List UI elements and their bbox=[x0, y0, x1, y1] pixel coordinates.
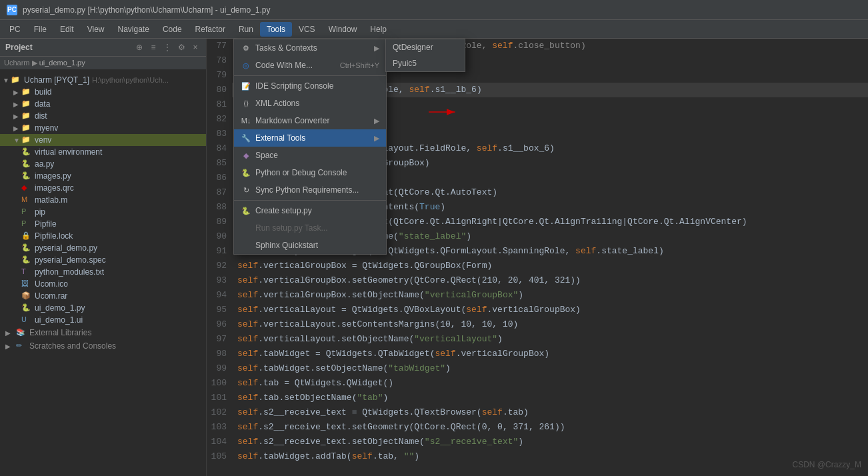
menu-create-setup[interactable]: 🐍 Create setup.py bbox=[234, 202, 386, 219]
tree-item-label-images-qrc: images.qrc bbox=[35, 183, 74, 193]
tree-item-label-data: data bbox=[35, 99, 50, 109]
menu-item-refactor[interactable]: Refactor bbox=[189, 22, 232, 37]
menu-external-tools-label: External Tools bbox=[255, 133, 305, 143]
tree-item-images-py[interactable]: 🐍 images.py bbox=[0, 170, 206, 182]
tree-item-uidemo-ui[interactable]: U ui_demo_1.ui bbox=[0, 314, 206, 326]
panel-close-icon[interactable]: × bbox=[190, 42, 201, 53]
section-scratches-label: Scratches and Consoles bbox=[29, 341, 116, 351]
sync-python-icon: ↻ bbox=[241, 185, 251, 195]
markdown-arrow: ▶ bbox=[374, 117, 379, 125]
tree-item-pyserial-spec[interactable]: 🐍 pyserial_demo.spec bbox=[0, 254, 206, 266]
menu-item-view[interactable]: View bbox=[81, 22, 111, 37]
menu-item-vcs[interactable]: VCS bbox=[292, 22, 322, 37]
code-line-100: 100 self.tab = QtWidgets.QWidget() bbox=[207, 376, 868, 391]
tree-item-pip[interactable]: P pip bbox=[0, 206, 206, 218]
section-scratches[interactable]: ▶ ✏ Scratches and Consoles bbox=[0, 339, 206, 353]
window-title: pyserial_demo.py [H:\python\python\Uchar… bbox=[23, 5, 271, 15]
menu-item-tools[interactable]: Tools bbox=[260, 22, 292, 37]
menu-sphinx[interactable]: Sphinx Quickstart bbox=[234, 237, 386, 254]
menu-item-window[interactable]: Window bbox=[322, 22, 364, 37]
tree-item-label-build: build bbox=[35, 87, 51, 97]
tasks-icon: ⚙ bbox=[241, 43, 251, 53]
tree-item-data[interactable]: ▶ 📁 data bbox=[0, 98, 206, 110]
code-line-103: 103 self.s2__receive_text.setGeometry(Qt… bbox=[207, 420, 868, 435]
breadcrumb-file: ui_demo_1.py bbox=[39, 59, 85, 67]
tools-dropdown: ⚙ Tasks & Contexts ▶ ◎ Code With Me... C… bbox=[233, 39, 387, 255]
app-icon: PC bbox=[7, 5, 17, 15]
tree-item-ucom-rar[interactable]: 📦 Ucom.rar bbox=[0, 290, 206, 302]
tree-item-pipfile-lock[interactable]: 🔒 Pipfile.lock bbox=[0, 230, 206, 242]
menu-space[interactable]: ◆ Space bbox=[234, 147, 386, 164]
menu-item-code[interactable]: Code bbox=[156, 22, 189, 37]
sphinx-icon bbox=[241, 240, 251, 251]
menu-external-tools[interactable]: 🔧 External Tools ▶ bbox=[234, 129, 386, 147]
code-line-92: 92 self.verticalGroupBox = QtWidgets.QGr… bbox=[207, 259, 868, 273]
menu-sync-python[interactable]: ↻ Sync Python Requirements... bbox=[234, 181, 386, 199]
tree-item-label-pipfile: Pipfile bbox=[35, 219, 57, 229]
tree-root[interactable]: ▼ 📁 Ucharm [PYQT_1] H:\python\python\Uch… bbox=[0, 74, 206, 86]
menu-item-pc[interactable]: PC bbox=[3, 22, 27, 37]
menu-item-help[interactable]: Help bbox=[363, 22, 393, 37]
submenu-pyuic5[interactable]: Pyuic5 bbox=[386, 55, 465, 71]
tree-item-python-modules[interactable]: T python_modules.txt bbox=[0, 266, 206, 278]
menu-python-console[interactable]: 🐍 Python or Debug Console bbox=[234, 164, 386, 181]
menu-tasks[interactable]: ⚙ Tasks & Contexts ▶ bbox=[234, 39, 386, 57]
panel-settings-icon[interactable]: ⚙ bbox=[176, 42, 187, 53]
menu-item-file[interactable]: File bbox=[27, 22, 53, 37]
tree-item-virtualenv[interactable]: 🐍 virtual environment bbox=[0, 146, 206, 158]
tree-item-label-myenv: myenv bbox=[35, 123, 58, 133]
panel-add-icon[interactable]: ⊕ bbox=[134, 42, 145, 53]
menu-space-label: Space bbox=[255, 151, 278, 160]
tree-item-matlab[interactable]: M matlab.m bbox=[0, 194, 206, 206]
code-line-105: 105 self.tabWidget.addTab(self.tab, "") bbox=[207, 449, 868, 464]
tasks-arrow: ▶ bbox=[374, 44, 379, 53]
submenu-qtdesigner[interactable]: QtDesigner bbox=[386, 39, 465, 55]
menu-item-edit[interactable]: Edit bbox=[53, 22, 81, 37]
code-line-96: 96 self.verticalLayout.setContentsMargin… bbox=[207, 317, 868, 332]
run-setup-icon bbox=[241, 223, 251, 233]
tree-item-label-pipfile-lock: Pipfile.lock bbox=[35, 231, 73, 241]
panel-more-icon[interactable]: ⋮ bbox=[162, 42, 173, 53]
menu-run-setup[interactable]: Run setup.py Task... bbox=[234, 219, 386, 237]
project-panel: Project ⊕ ≡ ⋮ ⚙ × Ucharm ▶ ui_demo_1.py … bbox=[0, 39, 207, 476]
tree-item-dist[interactable]: ▶ 📁 dist bbox=[0, 110, 206, 122]
menu-ide-scripting[interactable]: 📝 IDE Scripting Console bbox=[234, 77, 386, 95]
menu-xml-actions-label: XML Actions bbox=[255, 99, 299, 108]
tree-item-pyserial-py[interactable]: 🐍 pyserial_demo.py bbox=[0, 242, 206, 254]
tree-item-aa-py[interactable]: 🐍 aa.py bbox=[0, 158, 206, 170]
menu-item-navigate[interactable]: Navigate bbox=[111, 22, 156, 37]
separator-2 bbox=[234, 200, 386, 201]
tree-item-label-images-py: images.py bbox=[35, 171, 71, 181]
code-line-97: 97 self.verticalLayout.setObjectName("ve… bbox=[207, 332, 868, 347]
tree-item-myenv[interactable]: ▶ 📁 myenv bbox=[0, 122, 206, 134]
markdown-icon: M↓ bbox=[241, 115, 251, 126]
tree-item-label-virtualenv: virtual environment bbox=[35, 147, 102, 157]
panel-sort-icon[interactable]: ≡ bbox=[148, 42, 159, 53]
menu-xml-actions[interactable]: ⟨⟩ XML Actions bbox=[234, 95, 386, 112]
menu-markdown[interactable]: M↓ Markdown Converter ▶ bbox=[234, 112, 386, 129]
menu-code-with-me[interactable]: ◎ Code With Me... Ctrl+Shift+Y bbox=[234, 57, 386, 74]
tree-item-uidemo-py[interactable]: 🐍 ui_demo_1.py bbox=[0, 302, 206, 314]
code-with-me-icon: ◎ bbox=[241, 60, 251, 71]
tree-item-label-pyserial-spec: pyserial_demo.spec bbox=[35, 255, 106, 265]
external-tools-submenu: QtDesigner Pyuic5 bbox=[385, 39, 465, 72]
title-bar: PC pyserial_demo.py [H:\python\python\Uc… bbox=[0, 0, 868, 20]
tree-item-label-matlab: matlab.m bbox=[35, 195, 67, 205]
code-line-93: 93 self.verticalGroupBox.setGeometry(QtC… bbox=[207, 273, 868, 288]
menu-item-run[interactable]: Run bbox=[232, 22, 260, 37]
tree-item-build[interactable]: ▶ 📁 build bbox=[0, 86, 206, 98]
tree-item-ucom-ico[interactable]: 🖼 Ucom.ico bbox=[0, 278, 206, 290]
tree-item-label-python-modules: python_modules.txt bbox=[35, 267, 104, 277]
submenu-qtdesigner-label: QtDesigner bbox=[393, 43, 433, 52]
menu-tasks-label: Tasks & Contexts bbox=[255, 43, 317, 53]
tree-item-images-qrc[interactable]: ◆ images.qrc bbox=[0, 182, 206, 194]
tree-item-pipfile[interactable]: P Pipfile bbox=[0, 218, 206, 230]
panel-icons: ⊕ ≡ ⋮ ⚙ × bbox=[134, 42, 201, 53]
section-external-libraries[interactable]: ▶ 📚 External Libraries bbox=[0, 326, 206, 339]
menu-ide-scripting-label: IDE Scripting Console bbox=[255, 81, 333, 91]
code-line-94: 94 self.verticalGroupBox.setObjectName("… bbox=[207, 288, 868, 303]
tree-item-label-pip: pip bbox=[35, 207, 45, 217]
external-tools-icon: 🔧 bbox=[241, 133, 251, 143]
tree-item-venv[interactable]: ▼ 📁 venv bbox=[0, 134, 206, 146]
tree-item-label-pyserial-py: pyserial_demo.py bbox=[35, 243, 97, 253]
